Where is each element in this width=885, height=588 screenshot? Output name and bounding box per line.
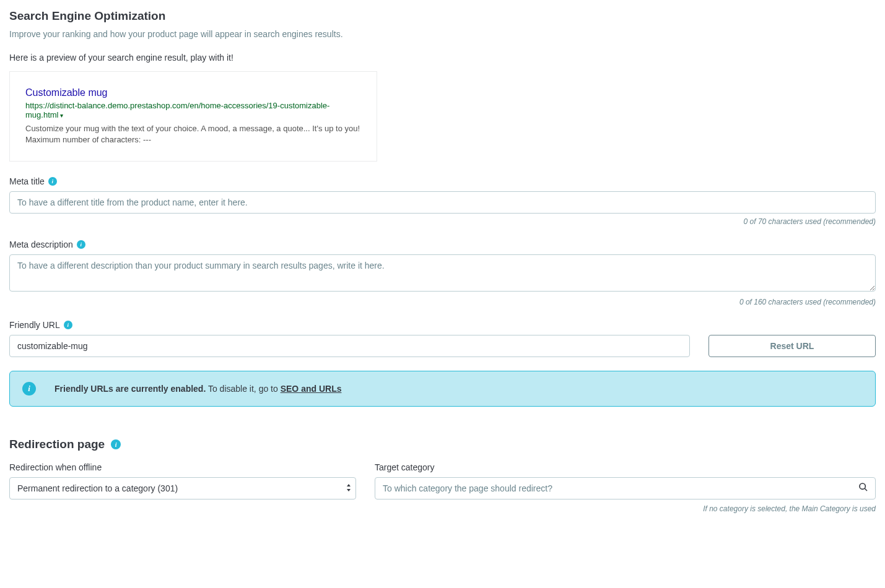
meta-description-counter: 0 of 160 characters used (recommended) [9, 298, 876, 306]
seo-urls-link[interactable]: SEO and URLs [281, 384, 342, 394]
serp-preview-box: Customizable mug https://distinct-balanc… [9, 71, 377, 162]
meta-description-label: Meta description [9, 240, 73, 249]
info-icon[interactable] [64, 321, 72, 329]
reset-url-button[interactable]: Reset URL [708, 335, 876, 357]
serp-preview-description: Customize your mug with the text of your… [25, 123, 361, 145]
info-icon [22, 382, 36, 396]
meta-title-label: Meta title [9, 176, 45, 186]
alert-strong-text: Friendly URLs are currently enabled. [54, 384, 206, 394]
target-category-helper: If no category is selected, the Main Cat… [375, 504, 876, 513]
info-icon[interactable] [77, 240, 85, 249]
serp-preview-intro: Here is a preview of your search engine … [9, 53, 876, 63]
serp-preview-url: https://distinct-balance.demo.prestashop… [25, 101, 361, 119]
alert-text: To disable it, go to [206, 384, 280, 394]
seo-subtitle: Improve your ranking and how your produc… [9, 29, 876, 39]
redirection-type-select[interactable]: Permanent redirection to a category (301… [9, 477, 356, 499]
friendly-url-label: Friendly URL [9, 320, 60, 330]
friendly-url-alert: Friendly URLs are currently enabled. To … [9, 371, 876, 407]
seo-section-title: Search Engine Optimization [9, 9, 876, 23]
friendly-url-input[interactable] [9, 335, 690, 357]
target-category-label: Target category [375, 462, 435, 472]
meta-title-input[interactable] [9, 191, 876, 214]
target-category-input[interactable] [375, 477, 876, 499]
redirection-section-title: Redirection page [9, 438, 105, 451]
meta-title-counter: 0 of 70 characters used (recommended) [9, 217, 876, 226]
meta-description-input[interactable] [9, 254, 876, 292]
info-icon[interactable] [48, 177, 57, 186]
redirection-when-offline-label: Redirection when offline [9, 462, 102, 472]
serp-preview-title: Customizable mug [25, 87, 361, 98]
info-icon[interactable] [111, 439, 121, 449]
